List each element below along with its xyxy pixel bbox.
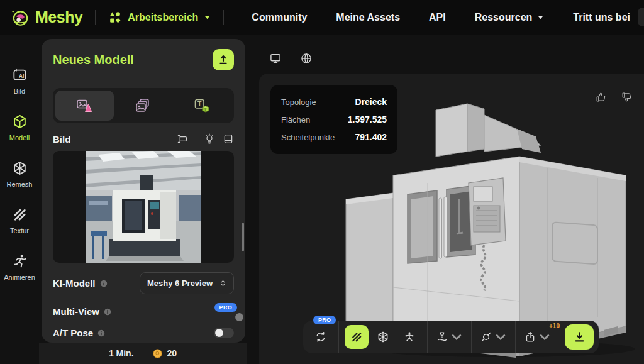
generation-duration: 1 Min. [109, 348, 134, 358]
rail-item-bild[interactable]: Bild [12, 67, 28, 95]
rig-tool-button[interactable] [397, 325, 421, 349]
upload-button[interactable] [213, 49, 234, 70]
chevron-down-icon [538, 331, 551, 343]
print-3d-button[interactable] [433, 325, 465, 349]
nav-link-tritt-uns-bei[interactable]: Tritt uns bei [573, 12, 630, 23]
at-pose-toggle[interactable] [214, 328, 234, 338]
texture-icon [12, 207, 28, 223]
nav-edge-button-partial[interactable] [638, 8, 644, 26]
meshy-mascot-icon [10, 8, 30, 28]
chevron-down-icon [494, 331, 507, 343]
svg-text:T: T [197, 100, 202, 108]
panel-title: Neues Modell [53, 53, 134, 67]
thumbs-down-icon[interactable] [621, 91, 633, 103]
download-icon [573, 331, 586, 344]
stat-value: Dreieck [355, 97, 387, 107]
tool-rail: Bild Modell Remesh Textur Animieren [0, 35, 39, 364]
pro-badge: PRO [214, 303, 237, 312]
nav-link-community[interactable]: Community [252, 12, 307, 23]
nav-divider [223, 10, 224, 25]
nav-links: Community Meine Assets API Ressourcen Tr… [252, 12, 630, 23]
stat-value: 1.597.525 [348, 114, 387, 124]
divider [291, 53, 291, 64]
texture-tool-button[interactable] [345, 325, 369, 349]
credit-cost: 20 [152, 348, 177, 359]
rail-label: Remesh [7, 180, 33, 188]
rail-label: Modell [9, 134, 30, 141]
globe-wireframe-icon[interactable] [300, 52, 313, 65]
rail-item-modell[interactable]: Modell [9, 114, 30, 141]
plug-icon [480, 331, 492, 343]
divider [53, 79, 234, 79]
new-model-card: Neues Modell [42, 39, 245, 343]
mesh-stats-panel: Topologie Dreieck Flächen 1.597.525 Sche… [270, 85, 397, 154]
nav-link-meine-assets[interactable]: Meine Assets [336, 12, 400, 23]
model-viewport: Topologie Dreieck Flächen 1.597.525 Sche… [247, 35, 644, 364]
tab-image-to-3d[interactable] [55, 91, 114, 121]
viewport-toolbar: PRO [303, 321, 599, 353]
rail-label: Textur [10, 227, 29, 234]
refresh-icon [314, 331, 327, 343]
ai-image-icon [12, 67, 28, 83]
stat-label: Scheitelpunkte [281, 133, 335, 142]
multi-image-icon [135, 98, 152, 113]
cube-icon [12, 114, 28, 130]
info-icon[interactable] [99, 279, 108, 288]
new-model-panel: Neues Modell [39, 35, 247, 364]
toggle-knob [215, 329, 223, 337]
tab-text-to-3d[interactable]: T [173, 91, 231, 121]
info-icon[interactable] [97, 329, 106, 338]
ki-model-value: Meshy 6 Preview [147, 279, 213, 288]
monitor-icon[interactable] [269, 52, 282, 65]
stat-row-scheitelpunkte: Scheitelpunkte 791.402 [281, 128, 387, 146]
input-image-preview[interactable] [53, 151, 234, 263]
extra-credits-label: +10 [549, 323, 560, 329]
nav-link-api[interactable]: API [429, 12, 446, 23]
rail-item-textur[interactable]: Textur [10, 207, 29, 234]
at-pose-label-text: A/T Pose [53, 328, 93, 338]
texture-icon [350, 331, 363, 343]
remesh-icon [12, 160, 28, 176]
workspace-label: Arbeitsbereich [128, 12, 198, 23]
thumbs-up-icon[interactable] [595, 91, 607, 103]
lightbulb-icon[interactable] [204, 133, 215, 145]
at-pose-label: A/T Pose [53, 328, 106, 338]
download-button[interactable] [565, 324, 594, 350]
multi-view-label-text: Multi-View [53, 306, 99, 317]
rename-icon[interactable] [177, 133, 188, 145]
ki-model-label-text: KI-Modell [53, 278, 96, 289]
pro-badge: PRO [313, 316, 336, 324]
tab-multi-image-to-3d[interactable] [114, 91, 172, 121]
stat-value: 791.402 [355, 132, 387, 142]
stat-label: Topologie [281, 97, 316, 107]
rail-item-animieren[interactable]: Animieren [4, 253, 35, 281]
upload-icon [217, 53, 230, 66]
nav-divider [95, 10, 96, 25]
select-chevrons-icon [218, 279, 228, 288]
image-to-3d-icon [76, 98, 93, 113]
remesh-tool-button[interactable] [371, 325, 395, 349]
rail-item-remesh[interactable]: Remesh [7, 160, 33, 188]
credit-coin-icon [152, 348, 163, 359]
nav-link-ressourcen[interactable]: Ressourcen [475, 12, 545, 23]
plugin-connect-button[interactable] [477, 325, 509, 349]
multi-view-label: Multi-View [53, 306, 112, 317]
image-section-label: Bild [53, 134, 70, 145]
regenerate-button[interactable] [309, 325, 333, 349]
workspace-menu[interactable]: Arbeitsbereich [108, 11, 211, 25]
rail-label: Animieren [4, 273, 35, 281]
ki-model-select[interactable]: Meshy 6 Preview [140, 272, 234, 294]
ressourcen-label: Ressourcen [475, 12, 533, 23]
library-icon[interactable] [223, 133, 234, 145]
panel-scrollbar-thumb[interactable] [242, 223, 244, 251]
cnc-machine-photo [86, 151, 201, 263]
stat-label: Flächen [281, 115, 310, 124]
viewport-header [269, 52, 313, 65]
printer-3d-icon [436, 331, 448, 343]
runner-icon [12, 253, 28, 269]
meshy-logo[interactable]: Meshy [10, 8, 82, 28]
stat-row-flaechen: Flächen 1.597.525 [281, 111, 387, 128]
top-navigation: Meshy Arbeitsbereich Community Meine Ass… [0, 0, 644, 35]
chevron-down-icon [204, 14, 211, 21]
info-icon[interactable] [103, 307, 112, 316]
